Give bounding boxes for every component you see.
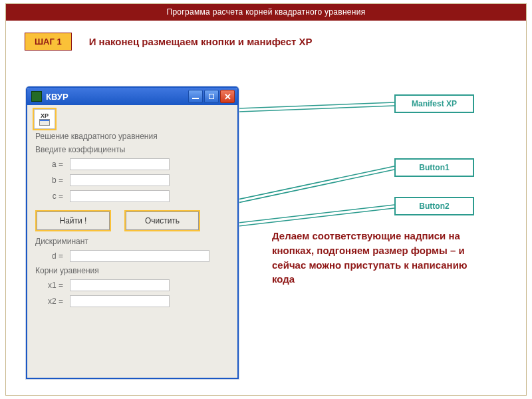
step-row: ШАГ 1 И наконец размещаем кнопки и маниф… — [6, 21, 526, 57]
label-x1: x1 = — [46, 281, 63, 290]
description-text: Делаем соответствующие надписи на кнопка… — [272, 229, 491, 287]
find-button[interactable]: Найти ! — [37, 211, 110, 230]
callout-manifest: Manifest XP — [394, 94, 474, 113]
coefficients-title: Введите коэффициенты — [35, 145, 231, 154]
callout-button1: Button1 — [394, 158, 474, 177]
input-d[interactable] — [70, 250, 209, 262]
clear-button[interactable]: Очистить — [126, 211, 199, 230]
maximize-button[interactable] — [204, 90, 219, 103]
roots-title: Корни уравнения — [35, 266, 231, 275]
discriminant-title: Дискриминант — [35, 237, 231, 246]
app-window: КВУР ✕ XP Решение квадратного уравнения … — [26, 86, 239, 379]
step-badge: ШАГ 1 — [25, 33, 72, 51]
manifest-xp-label: XP — [41, 112, 49, 119]
close-button[interactable]: ✕ — [220, 90, 235, 103]
input-x2[interactable] — [70, 295, 170, 307]
label-x2: x2 = — [46, 297, 63, 306]
input-c[interactable] — [70, 190, 170, 202]
window-icon — [39, 119, 50, 126]
callout-button2: Button2 — [394, 197, 474, 215]
manifest-xp-button[interactable]: XP — [34, 109, 55, 129]
label-d: d = — [46, 251, 63, 261]
page-title: Программа расчета корней квадратного ура… — [6, 4, 526, 21]
window-title: КВУР — [46, 92, 68, 102]
label-a: a = — [46, 160, 63, 169]
input-b[interactable] — [70, 174, 170, 186]
minimize-button[interactable] — [188, 90, 203, 103]
label-b: b = — [46, 176, 63, 185]
label-c: c = — [46, 192, 63, 201]
form-heading: Решение квадратного уравнения — [35, 132, 231, 141]
step-text: И наконец размещаем кнопки и манифест XP — [89, 36, 313, 47]
input-a[interactable] — [70, 158, 170, 170]
app-icon — [31, 91, 42, 102]
input-x1[interactable] — [70, 279, 170, 291]
titlebar[interactable]: КВУР ✕ — [27, 88, 237, 105]
